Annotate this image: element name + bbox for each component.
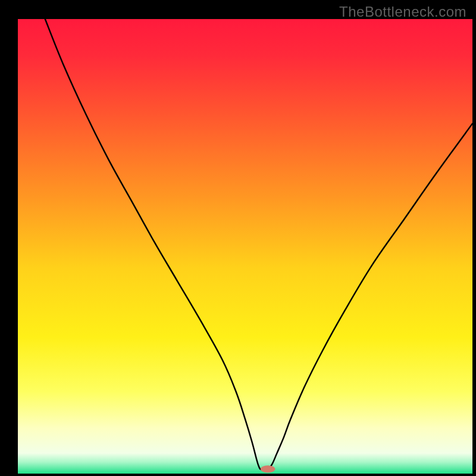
minimum-marker [261, 465, 275, 472]
chart-frame: TheBottleneck.com [0, 0, 476, 476]
gradient-background [18, 19, 472, 474]
plot-svg [18, 19, 472, 474]
plot-area [18, 19, 472, 474]
watermark-text: TheBottleneck.com [339, 4, 466, 20]
